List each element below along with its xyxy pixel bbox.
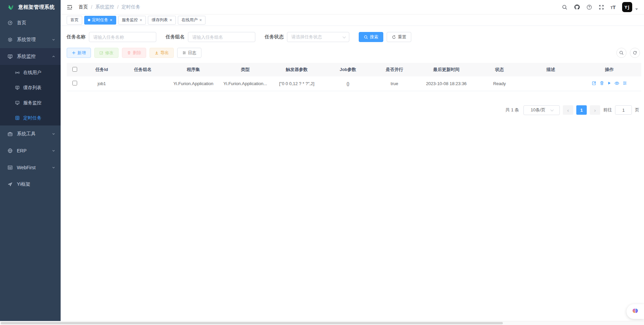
sidebar-item-label: 系统工具 (17, 131, 36, 137)
next-page-button[interactable]: › (590, 105, 600, 115)
breadcrumb-home[interactable]: 首页 (78, 4, 88, 10)
fullscreen-icon[interactable] (599, 4, 604, 10)
col-concurrent: 是否并行 (371, 63, 418, 76)
tab-close-icon[interactable]: × (140, 18, 142, 22)
sidebar-item-system-management[interactable]: 系统管理 (0, 31, 61, 48)
page-1-button[interactable]: 1 (576, 105, 587, 115)
row-checkbox[interactable] (72, 81, 77, 85)
font-size-icon[interactable]: TT (611, 5, 616, 10)
sidebar-item-webfirst[interactable]: WebFirst (0, 159, 61, 176)
sidebar-item-label: Yi框架 (17, 181, 30, 187)
search-icon[interactable] (562, 4, 568, 10)
scrollbar-thumb[interactable] (1, 322, 503, 324)
edit-icon[interactable] (592, 81, 597, 85)
help-icon[interactable] (586, 4, 592, 10)
sidebar-item-scheduled-tasks[interactable]: 定时任务 (0, 110, 61, 125)
goto-page-input[interactable] (615, 105, 632, 115)
cell-last-update: 2023-10-08 18:23:36 (418, 76, 475, 91)
tab-close-icon[interactable]: × (110, 18, 112, 22)
sidebar-item-label: ERP (17, 148, 27, 153)
delete-icon[interactable] (600, 81, 604, 85)
sidebar-item-online-users[interactable]: 在线用户 (0, 65, 61, 80)
show-search-button[interactable] (616, 48, 626, 58)
pagination-total: 共 1 条 (506, 107, 519, 113)
goto-unit-label: 页 (635, 107, 639, 113)
tab-label: 定时任务 (92, 17, 108, 23)
page-content: 任务名称 任务组名 任务状态 请选择任务状态 搜索 (61, 26, 644, 325)
breadcrumb-system-monitor[interactable]: 系统监控 (95, 4, 114, 10)
gear-icon (7, 37, 13, 42)
task-name-input[interactable] (89, 32, 156, 42)
cell-task-group (121, 76, 165, 91)
sidebar-item-label: 缓存列表 (23, 85, 41, 91)
tab-home[interactable]: 首页 (67, 16, 82, 25)
run-icon[interactable] (607, 81, 611, 85)
tab-scheduled-tasks[interactable]: 定时任务 × (84, 16, 116, 25)
ai-assistant-button[interactable] (626, 304, 644, 319)
sidebar-item-label: WebFirst (17, 165, 36, 170)
system-monitor-submenu: 在线用户 缓存列表 服务监控 (0, 65, 61, 125)
tag-tabs-bar: 首页 定时任务 × 服务监控 × 缓存列表 × 在线用户 × (61, 14, 644, 26)
sidebar-item-cache-list[interactable]: 缓存列表 (0, 80, 61, 95)
pagination: 共 1 条 10条/页 ‹ 1 › 前往 页 (67, 105, 641, 115)
add-button[interactable]: 新增 (67, 48, 91, 58)
delete-button-label: 删除 (133, 50, 141, 56)
app-logo[interactable]: 意框架管理系统 (0, 0, 61, 14)
select-all-checkbox[interactable] (72, 67, 77, 72)
cell-description (524, 76, 577, 91)
cell-status: Ready (475, 76, 524, 91)
col-task-group: 任务组名 (121, 63, 165, 76)
modify-button[interactable]: 修改 (94, 48, 119, 58)
table-row[interactable]: job1 Yi.Furion.Application Yi.Furion.App… (67, 76, 641, 91)
sidebar-item-label: 在线用户 (23, 70, 41, 76)
col-trigger-args: 触发器参数 (269, 63, 325, 76)
export-button-label: 导出 (160, 50, 169, 56)
reset-button[interactable]: 重置 (387, 32, 411, 42)
tab-close-icon[interactable]: × (199, 18, 202, 22)
task-status-select[interactable]: 请选择任务状态 (287, 32, 349, 42)
sidebar-item-label: 定时任务 (23, 115, 41, 121)
log-detail-icon[interactable] (622, 81, 627, 85)
modify-button-label: 修改 (105, 50, 114, 56)
sidebar-item-yi-framework[interactable]: Yi框架 (0, 176, 61, 193)
tab-online-users[interactable]: 在线用户 × (178, 16, 206, 25)
refresh-button[interactable] (630, 48, 640, 58)
active-tab-dot-icon (88, 19, 90, 21)
task-name-label: 任务名称 (67, 34, 86, 40)
task-status-placeholder: 请选择任务状态 (291, 34, 343, 40)
tab-cache-list[interactable]: 缓存列表 × (148, 16, 176, 25)
log-button-label: 日志 (188, 50, 196, 56)
tasks-table: 任务Id 任务组名 程序集 类型 触发器参数 Job参数 是否并行 最后更新时间… (67, 63, 641, 91)
sidebar-item-system-monitor[interactable]: 系统监控 (0, 48, 61, 65)
prev-page-button[interactable]: ‹ (563, 105, 573, 115)
goto-label: 前往 (603, 107, 612, 113)
schedule-icon (15, 115, 20, 120)
col-type: 类型 (222, 63, 269, 76)
log-button[interactable]: 日志 (177, 48, 201, 58)
chevron-down-icon (52, 132, 55, 136)
task-group-input[interactable] (188, 32, 255, 42)
tab-label: 首页 (70, 17, 78, 23)
cell-type: Yi.Furion.Application... (222, 76, 269, 91)
caret-down-icon[interactable] (635, 8, 638, 10)
tab-service-monitor[interactable]: 服务监控 × (118, 16, 146, 25)
sidebar-item-home[interactable]: 首页 (0, 14, 61, 31)
col-last-update: 最后更新时间 (418, 63, 475, 76)
chevron-down-icon (52, 149, 55, 152)
collapse-sidebar-icon[interactable] (67, 4, 72, 10)
tab-label: 缓存列表 (152, 17, 168, 23)
github-icon[interactable] (574, 4, 580, 10)
export-button[interactable]: 导出 (150, 48, 174, 58)
view-icon[interactable] (614, 81, 619, 86)
delete-button[interactable]: 删除 (122, 48, 146, 58)
user-avatar[interactable]: Yj (622, 2, 632, 12)
sidebar-item-service-monitor[interactable]: 服务监控 (0, 95, 61, 110)
sidebar-item-erp[interactable]: ERP (0, 142, 61, 159)
tab-close-icon[interactable]: × (169, 18, 172, 22)
table-tools (616, 48, 640, 58)
search-button[interactable]: 搜索 (359, 32, 383, 42)
sidebar-item-system-tools[interactable]: 系统工具 (0, 125, 61, 142)
page-size-select[interactable]: 10条/页 (523, 105, 560, 115)
breadcrumb-current: 定时任务 (122, 4, 140, 10)
monitor-icon (7, 54, 13, 59)
